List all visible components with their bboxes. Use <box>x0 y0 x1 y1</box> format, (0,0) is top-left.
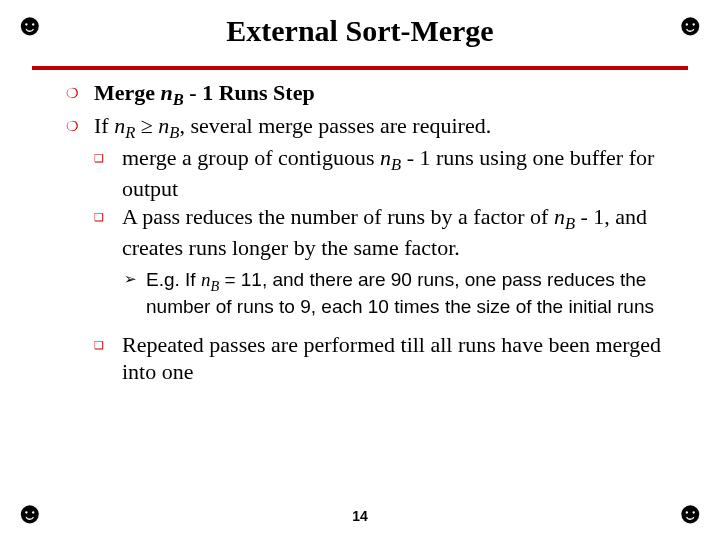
corner-icon-top-right: ☻ <box>674 10 706 40</box>
page-number: 14 <box>0 508 720 524</box>
text: If <box>94 113 114 138</box>
sub-bullet-1-text: merge a group of contiguous nB - 1 runs … <box>122 145 678 202</box>
var-sub: B <box>169 123 179 142</box>
sub-bullet-1: ❑ merge a group of contiguous nB - 1 run… <box>66 145 678 202</box>
var-n: n <box>114 113 125 138</box>
var-n: n <box>380 145 391 170</box>
square-bullet-icon: ❑ <box>94 145 122 202</box>
text: merge a group of contiguous <box>122 145 380 170</box>
text: ≥ <box>135 113 158 138</box>
text: = 11, and there are 90 runs, one pass re… <box>146 269 654 317</box>
var-sub: B <box>391 155 401 174</box>
text: E.g. If <box>146 269 201 290</box>
text: - 1 Runs Step <box>184 80 315 105</box>
var-n: n <box>554 204 565 229</box>
sub-bullet-2: ❑ A pass reduces the number of runs by a… <box>66 204 678 261</box>
bullet-1: ❍ Merge nB - 1 Runs Step <box>66 80 678 111</box>
sub-bullet-3-text: Repeated passes are performed till all r… <box>122 332 678 386</box>
square-bullet-icon: ❑ <box>94 204 122 261</box>
sub-bullet-2-text: A pass reduces the number of runs by a f… <box>122 204 678 261</box>
var-sub: B <box>210 278 219 294</box>
var-sub: B <box>173 90 184 109</box>
sub-bullet-3: ❑ Repeated passes are performed till all… <box>66 332 678 386</box>
sub-sub-bullet-1: ➢ E.g. If nB = 11, and there are 90 runs… <box>66 268 678 318</box>
text: Merge <box>94 80 161 105</box>
corner-icon-top-left: ☻ <box>14 10 46 40</box>
arrow-bullet-icon: ➢ <box>124 268 146 318</box>
sub-sub-bullet-1-text: E.g. If nB = 11, and there are 90 runs, … <box>146 268 678 318</box>
content: ❍ Merge nB - 1 Runs Step ❍ If nR ≥ nB, s… <box>0 80 720 386</box>
text: A pass reduces the number of runs by a f… <box>122 204 554 229</box>
slide: ☻ ☻ ☻ ☻ External Sort-Merge ❍ Merge nB -… <box>0 0 720 540</box>
divider <box>32 66 688 70</box>
var-n: n <box>158 113 169 138</box>
circle-bullet-icon: ❍ <box>66 80 94 111</box>
circle-bullet-icon: ❍ <box>66 113 94 144</box>
var-sub: B <box>565 215 575 234</box>
var-sub: R <box>125 123 135 142</box>
var-n: n <box>161 80 173 105</box>
slide-title: External Sort-Merge <box>0 0 720 48</box>
bullet-1-text: Merge nB - 1 Runs Step <box>94 80 315 111</box>
text: , several merge passes are required. <box>179 113 491 138</box>
var-n: n <box>201 269 211 290</box>
square-bullet-icon: ❑ <box>94 332 122 386</box>
bullet-2-text: If nR ≥ nB, several merge passes are req… <box>94 113 491 144</box>
bullet-2: ❍ If nR ≥ nB, several merge passes are r… <box>66 113 678 144</box>
